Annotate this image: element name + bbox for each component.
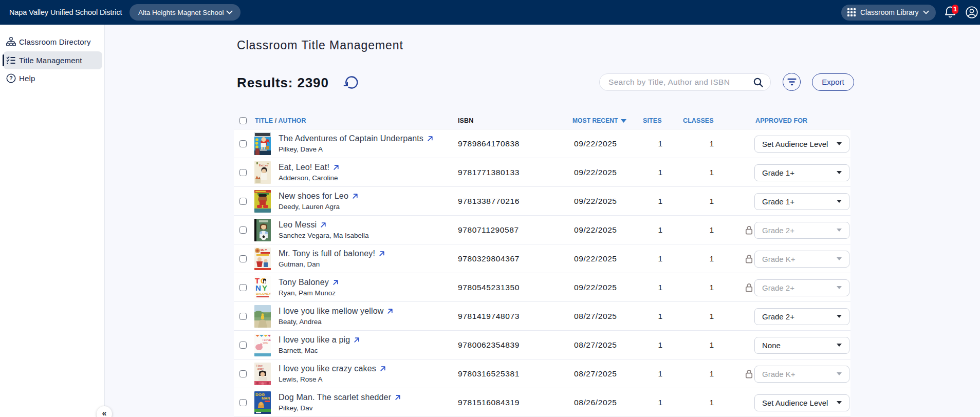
svg-text:MAN: MAN [262,396,270,400]
svg-text:N: N [255,283,261,292]
svg-text:BALONEY: BALONEY [256,292,271,295]
svg-text:Eat,Leo: Eat,Leo [259,164,268,167]
svg-text:Y: Y [262,283,267,292]
svg-text:?: ? [9,75,13,81]
svg-text:Mr.T: Mr.T [261,249,267,252]
svg-text:YOU: YOU [263,342,268,345]
svg-text:crazy: crazy [257,367,264,370]
